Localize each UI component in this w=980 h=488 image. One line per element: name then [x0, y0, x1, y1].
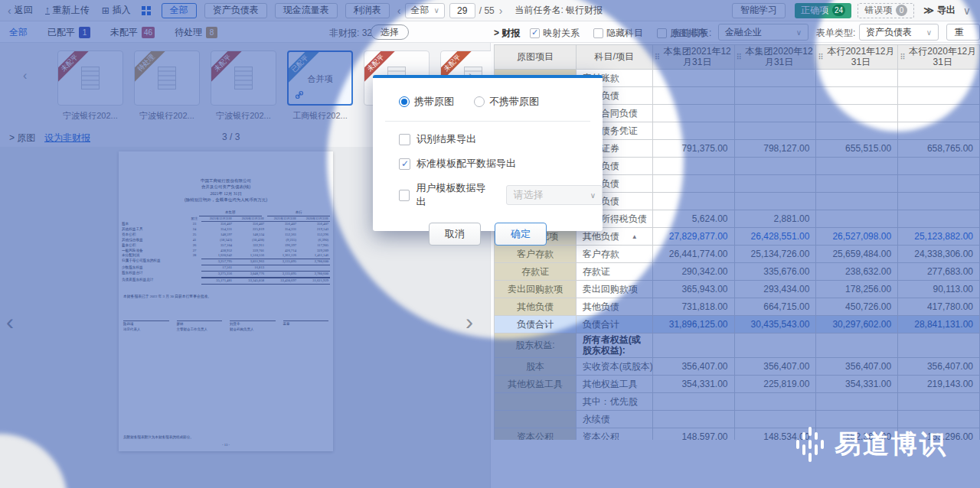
sheet-type-select[interactable]: 资产负债表 ∨ [859, 24, 939, 41]
value-cell[interactable] [653, 87, 735, 105]
value-cell[interactable]: 148,597.00 [653, 428, 735, 440]
status-filter-pending[interactable]: 待处理 8 [175, 26, 217, 39]
checkbox-export-standard-template[interactable]: 标准模板配平数据导出 [399, 157, 603, 171]
column-header[interactable]: ⠿本集团2021年12月31日 [653, 45, 735, 70]
value-cell[interactable]: 354,331.00 [653, 376, 735, 393]
value-cell[interactable] [735, 105, 817, 122]
value-cell[interactable]: 791,375.00 [653, 140, 735, 158]
subject-cell[interactable]: 永续债 [577, 411, 653, 428]
column-header[interactable]: ⠿本集团2020年12月31日 [735, 45, 817, 70]
status-filter-all[interactable]: 全部 [9, 26, 28, 39]
value-cell[interactable]: 798,127.00 [735, 140, 817, 158]
subject-cell[interactable]: 卖出回购款项 [577, 281, 653, 298]
subject-cell[interactable]: 实收资本(或股本) [577, 358, 653, 376]
value-cell[interactable] [816, 393, 898, 411]
value-cell[interactable]: 293,434.00 [735, 281, 817, 298]
correct-items-button[interactable]: 正确项 24 [795, 3, 851, 18]
value-cell[interactable] [735, 411, 817, 428]
value-cell[interactable] [816, 87, 898, 105]
value-cell[interactable]: 25,134,726.00 [735, 246, 817, 263]
subject-cell[interactable]: 资本公积 [577, 428, 653, 440]
radio-without-image[interactable]: 不携带原图 [474, 95, 539, 109]
subject-cell[interactable]: 其中：优先股 [577, 393, 653, 411]
column-header[interactable]: ⠿本行2020年12月31日 [898, 45, 980, 70]
value-cell[interactable] [653, 105, 735, 122]
status-filter-balanced[interactable]: 已配平 1 [47, 26, 90, 39]
value-cell[interactable]: 5,624.00 [653, 210, 735, 228]
grid-view-button[interactable] [142, 6, 151, 15]
value-cell[interactable] [898, 193, 980, 210]
confirm-button[interactable]: 确定 [495, 223, 547, 246]
value-cell[interactable]: 90,113.00 [898, 281, 980, 298]
thumbnail-item[interactable]: 待处理 [134, 50, 200, 106]
value-cell[interactable]: 30,297,602.00 [816, 316, 898, 333]
value-cell[interactable]: 2,881.00 [735, 210, 817, 228]
value-cell[interactable] [898, 210, 980, 228]
subject-cell[interactable]: 客户存款 [577, 246, 653, 263]
choose-button[interactable]: 选择 [371, 24, 409, 40]
value-cell[interactable]: 225,819.00 [735, 376, 817, 393]
value-cell[interactable]: 365,943.00 [653, 281, 735, 298]
value-cell[interactable] [653, 333, 735, 358]
doc-prev-icon[interactable]: ‹ [6, 309, 14, 335]
value-cell[interactable]: 356,407.00 [653, 358, 735, 376]
value-cell[interactable] [816, 105, 898, 122]
value-cell[interactable] [898, 70, 980, 87]
checkbox-export-recognition[interactable]: 识别结果导出 [399, 132, 603, 146]
subject-cell[interactable]: 负债合计 [577, 316, 653, 333]
value-cell[interactable] [898, 87, 980, 105]
value-cell[interactable]: 30,435,543.00 [735, 316, 817, 333]
value-cell[interactable]: 417,780.00 [898, 298, 980, 316]
value-cell[interactable] [735, 175, 817, 193]
original-item-cell[interactable]: 其他负债 [495, 298, 577, 316]
subject-cell[interactable]: 存款证 [577, 263, 653, 281]
thumb-scroll-left-icon[interactable]: ‹ [23, 69, 27, 83]
value-cell[interactable] [816, 193, 898, 210]
original-item-cell[interactable]: 卖出回购款项 [495, 281, 577, 298]
insert-button[interactable]: ⊞ 插入 [102, 4, 131, 17]
checkbox-hide-subjects[interactable]: 隐藏科目 [593, 27, 643, 40]
value-cell[interactable]: 238,632.00 [816, 263, 898, 281]
page-scope-select[interactable]: 全部 ∨ [405, 3, 444, 18]
drag-handle-icon[interactable]: ⠿ [655, 53, 660, 62]
value-cell[interactable]: 450,726.00 [816, 298, 898, 316]
value-cell[interactable] [735, 122, 817, 140]
value-cell[interactable] [816, 175, 898, 193]
value-cell[interactable]: 178,256.00 [816, 281, 898, 298]
retry-button[interactable]: 重试 [946, 24, 980, 41]
value-cell[interactable]: 731,818.00 [653, 298, 735, 316]
value-cell[interactable] [816, 70, 898, 87]
value-cell[interactable] [735, 87, 817, 105]
value-cell[interactable]: 31,896,125.00 [653, 316, 735, 333]
value-cell[interactable] [816, 411, 898, 428]
page-number-input[interactable]: 29 [449, 3, 475, 18]
value-cell[interactable] [898, 333, 980, 358]
wrong-items-button[interactable]: 错误项 0 [858, 3, 914, 18]
original-item-cell[interactable]: 资本公积 [495, 428, 577, 440]
value-cell[interactable] [653, 158, 735, 175]
back-button[interactable]: ‹ 返回 [8, 4, 33, 17]
cancel-button[interactable]: 取消 [429, 223, 481, 246]
checkbox-export-user-template[interactable]: 用户模板数据导出 请选择 ∨ [399, 181, 603, 209]
thumbnail-item[interactable]: 未配平 [57, 50, 123, 106]
value-cell[interactable] [653, 70, 735, 87]
thumbnail-item[interactable]: 未配平 [211, 50, 276, 106]
set-non-financial-link[interactable]: 设为非财报 [44, 132, 90, 145]
value-cell[interactable]: 26,441,774.00 [653, 246, 735, 263]
value-cell[interactable] [898, 122, 980, 140]
value-cell[interactable] [735, 70, 817, 87]
subject-cell[interactable]: 其他负债 [577, 298, 653, 316]
value-cell[interactable] [816, 122, 898, 140]
value-cell[interactable]: 356,407.00 [816, 358, 898, 376]
value-cell[interactable]: 354,331.00 [816, 376, 898, 393]
checkbox-mapping[interactable]: 映射关系 [530, 27, 580, 40]
value-cell[interactable]: 335,676.00 [735, 263, 817, 281]
value-cell[interactable] [653, 393, 735, 411]
smart-learn-button[interactable]: 智能学习 [732, 3, 786, 18]
subject-cell[interactable]: 其他权益工具 [577, 376, 653, 393]
value-cell[interactable] [898, 393, 980, 411]
original-item-cell[interactable]: 股东权益: [495, 333, 577, 358]
filter-tab-income[interactable]: 利润表 [345, 3, 390, 18]
value-cell[interactable] [653, 175, 735, 193]
subject-cell[interactable]: 所有者权益(或股东权益): [577, 333, 653, 358]
